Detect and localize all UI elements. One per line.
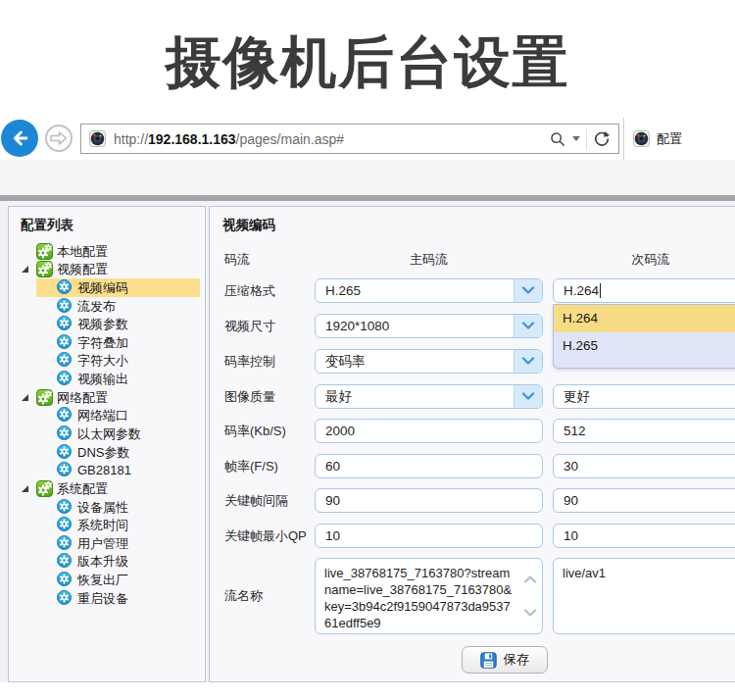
gear-icon — [57, 535, 72, 554]
gear-icon — [57, 517, 72, 535]
tree-item-label: 字符大小 — [77, 351, 128, 370]
tab-favicon-icon — [633, 130, 650, 147]
tree-item-label: GB28181 — [77, 461, 131, 479]
tree-item-label: 视频编码 — [77, 278, 128, 297]
row-label-bitrate: 码率(Kb/S) — [224, 419, 286, 443]
row-label-keyframe-min-qp: 关键帧最小QP — [224, 524, 307, 548]
text-cursor — [600, 283, 601, 298]
framerate-sub-input[interactable]: 30 — [553, 454, 735, 478]
search-icon[interactable] — [549, 130, 566, 148]
row-label-keyframe-interval: 关键帧间隔 — [224, 488, 288, 513]
keyframe-min-qp-sub-input[interactable]: 10 — [553, 524, 735, 548]
address-bar[interactable]: http://192.168.1.163/pages/main.asp# — [80, 124, 619, 154]
row-label-framerate: 帧率(F/S) — [224, 454, 278, 478]
column-header-stream: 码流 — [224, 251, 250, 269]
save-button-label: 保存 — [504, 651, 530, 669]
stream-name-sub-textarea[interactable]: live/av1 — [553, 558, 735, 634]
expand-triangle-icon[interactable] — [22, 266, 28, 273]
column-header-main-stream: 主码流 — [315, 251, 543, 269]
sidebar-panel: 配置列表 本地配置 视频配置 视频编码 流发布 视频参数 字符叠加 字符大小 视… — [8, 206, 206, 682]
tree-item-reboot-device[interactable]: 重启设备 — [9, 589, 205, 608]
browser-bar: http://192.168.1.163/pages/main.asp# 配置 — [0, 118, 735, 160]
tree-item-label: 流发布 — [77, 297, 116, 316]
dropdown-option-h265[interactable]: H.265 — [554, 332, 735, 360]
expand-triangle-icon[interactable] — [22, 394, 28, 401]
framerate-main-input[interactable]: 60 — [315, 454, 543, 478]
tree-item-label: 系统配置 — [57, 479, 108, 498]
gear-icon — [57, 371, 72, 389]
compression-sub-combobox[interactable]: H.264 — [553, 278, 735, 303]
bitrate-main-input[interactable]: 2000 — [315, 419, 543, 443]
image-quality-main-select[interactable]: 最好 — [315, 384, 543, 409]
panel-title: 视频编码 — [222, 217, 275, 234]
chevron-down-icon[interactable] — [514, 350, 542, 373]
url-text: http://192.168.1.163/pages/main.asp# — [114, 131, 549, 147]
page-title: 摄像机后台设置 — [0, 25, 735, 101]
search-options-caret-icon[interactable] — [572, 136, 580, 141]
bitrate-sub-input[interactable]: 512 — [553, 419, 735, 443]
gear-icon — [57, 298, 72, 317]
tree-item-video-config[interactable]: 视频配置 — [9, 260, 205, 278]
dropdown-option-h264[interactable]: H.264 — [554, 305, 735, 332]
tree-item-version-upgrade[interactable]: 版本升级 — [9, 552, 205, 571]
tree-item-label: DNS参数 — [77, 443, 129, 462]
stream-name-main-textarea[interactable]: live_38768175_7163780?streamname=live_38… — [315, 558, 543, 634]
gear-icon — [57, 499, 72, 518]
scroll-up-icon[interactable] — [523, 572, 537, 586]
gear-icon — [57, 352, 72, 371]
tree-item-user-manage[interactable]: 用户管理 — [9, 534, 205, 553]
image-quality-sub-input[interactable]: 更好 — [553, 384, 735, 409]
tree-item-video-output[interactable]: 视频输出 — [9, 370, 205, 388]
keyframe-interval-sub-input[interactable]: 90 — [553, 488, 735, 513]
bitrate-control-main-select[interactable]: 变码率 — [315, 349, 543, 374]
back-button[interactable] — [1, 120, 38, 157]
tab-title: 配置 — [657, 130, 682, 148]
tree-item-system-time[interactable]: 系统时间 — [9, 516, 205, 534]
tree-item-osd-size[interactable]: 字符大小 — [9, 351, 205, 370]
row-label-image-quality: 图像质量 — [224, 384, 275, 409]
save-floppy-icon — [480, 652, 497, 669]
tree-item-label: 恢复出厂 — [77, 571, 128, 589]
compression-main-select[interactable]: H.265 — [315, 278, 543, 303]
keyframe-min-qp-main-input[interactable]: 10 — [315, 524, 543, 548]
tree-item-stream-publish[interactable]: 流发布 — [9, 297, 205, 316]
tree-item-label: 字符叠加 — [77, 333, 128, 352]
tree-item-network-config[interactable]: 网络配置 — [9, 388, 205, 407]
textarea-scrollbar[interactable] — [519, 559, 537, 633]
tree-item-video-params[interactable]: 视频参数 — [9, 315, 205, 333]
expand-triangle-icon[interactable] — [22, 485, 28, 492]
tab-divider — [623, 118, 624, 160]
tree-item-ethernet-params[interactable]: 以太网参数 — [9, 425, 205, 443]
row-label-compression: 压缩格式 — [224, 278, 275, 303]
tree-item-label: 本地配置 — [57, 242, 108, 261]
tree-item-network-port[interactable]: 网络端口 — [9, 406, 205, 425]
keyframe-interval-main-input[interactable]: 90 — [315, 488, 543, 513]
scroll-down-icon[interactable] — [523, 606, 537, 621]
tree-item-video-encode[interactable]: 视频编码 — [9, 278, 205, 297]
forward-button[interactable] — [45, 125, 73, 152]
chevron-down-icon[interactable] — [514, 315, 542, 337]
tree-item-factory-reset[interactable]: 恢复出厂 — [9, 571, 205, 589]
gear-icon — [57, 590, 72, 609]
tree-item-local-config[interactable]: 本地配置 — [9, 242, 205, 261]
tree-item-dns-params[interactable]: DNS参数 — [9, 443, 205, 462]
refresh-icon[interactable] — [593, 130, 611, 148]
gear-icon — [57, 425, 72, 444]
video-size-main-select[interactable]: 1920*1080 — [315, 314, 543, 338]
column-header-sub-stream: 次码流 — [553, 251, 735, 269]
gear-icon — [57, 462, 72, 480]
tree-item-device-props[interactable]: 设备属性 — [9, 498, 205, 517]
tree-item-gb28181[interactable]: GB28181 — [9, 461, 205, 479]
chevron-down-icon[interactable] — [514, 385, 542, 408]
tree-item-osd-overlay[interactable]: 字符叠加 — [9, 333, 205, 352]
tree-item-label: 网络配置 — [57, 388, 108, 407]
row-label-video-size: 视频尺寸 — [224, 314, 275, 338]
tree-item-label: 系统时间 — [77, 516, 128, 534]
tree-item-system-config[interactable]: 系统配置 — [9, 479, 205, 498]
tree-item-label: 设备属性 — [77, 498, 128, 517]
save-button[interactable]: 保存 — [462, 646, 548, 674]
chevron-down-icon[interactable] — [514, 279, 542, 302]
codec-dropdown-list: H.264H.265 — [553, 304, 735, 369]
browser-tab[interactable]: 配置 — [633, 124, 682, 154]
tree-item-label: 视频输出 — [77, 370, 128, 388]
